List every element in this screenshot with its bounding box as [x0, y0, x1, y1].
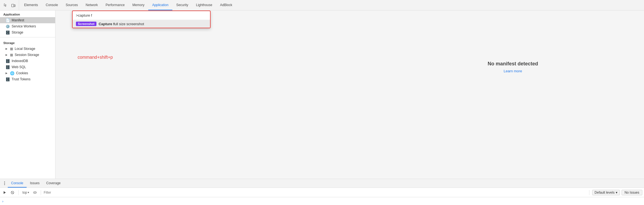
sidebar-item-manifest[interactable]: 📄 Manifest	[0, 17, 55, 23]
default-levels-button[interactable]: Default levels ▾	[592, 190, 620, 195]
no-issues-button[interactable]: No Issues	[622, 190, 642, 195]
bottom-toolbar-row: top ▾ Default levels ▾ No Issues	[0, 188, 644, 197]
levels-label: Default levels	[595, 191, 615, 194]
sidebar-item-web-sql[interactable]: 🗄️ Web SQL	[0, 64, 55, 70]
nav-tab-lighthouse[interactable]: Lighthouse	[192, 0, 216, 10]
session-storage-icon: ▦	[10, 53, 13, 57]
toolbar-divider3	[589, 190, 589, 195]
nav-tab-memory[interactable]: Memory	[129, 0, 148, 10]
tab-coverage[interactable]: Coverage	[43, 179, 64, 188]
session-storage-label: Session Storage	[15, 53, 39, 57]
tab-issues[interactable]: Issues	[27, 179, 43, 188]
sidebar-item-storage-app[interactable]: 🗄️ Storage	[0, 29, 55, 35]
svg-point-6	[34, 192, 35, 193]
toolbar-icons	[0, 0, 19, 10]
application-section-title: Application	[0, 11, 55, 17]
sidebar-item-session-storage[interactable]: ▶ ▦ Session Storage	[0, 52, 55, 58]
sidebar-divider-1	[0, 37, 55, 37]
sidebar-item-local-storage[interactable]: ▶ ▦ Local Storage	[0, 46, 55, 52]
bottom-prompt-row: ›	[0, 197, 644, 205]
top-toolbar: ElementsConsoleSourcesNetworkPerformance…	[0, 0, 644, 11]
stop-icon[interactable]	[9, 189, 16, 196]
svg-marker-2	[4, 191, 6, 194]
bottom-panel: Console Issues Coverage top ▾ Default le…	[0, 179, 644, 205]
content-area: >capture f Screenshot Capture full size …	[55, 11, 644, 179]
manifest-icon: 📄	[6, 18, 10, 22]
top-context-btn[interactable]: top ▾	[21, 189, 30, 196]
command-badge: Screenshot	[76, 22, 96, 26]
storage-section-title: Storage	[0, 39, 55, 46]
command-input-text[interactable]: >capture f	[76, 13, 92, 17]
nav-tab-performance[interactable]: Performance	[102, 0, 129, 10]
expand-arrow-cookies: ▶	[6, 72, 8, 75]
svg-line-4	[12, 192, 13, 193]
local-storage-label: Local Storage	[15, 47, 35, 51]
nav-tab-security[interactable]: Security	[172, 0, 192, 10]
toolbar-divider	[18, 190, 19, 195]
sidebar-item-cookies[interactable]: ▶ 🌐 Cookies	[0, 70, 55, 76]
nav-tab-network[interactable]: Network	[82, 0, 102, 10]
cookies-icon: 🌐	[10, 71, 14, 75]
top-dropdown-arrow: ▾	[28, 191, 29, 194]
service-workers-icon: ⚙️	[6, 24, 10, 29]
sidebar-item-service-workers[interactable]: ⚙️ Service Workers	[0, 23, 55, 29]
command-result-bold: Capture f	[99, 22, 114, 26]
svg-rect-0	[12, 4, 14, 7]
command-input-row: >capture f	[73, 11, 210, 20]
nav-tab-sources[interactable]: Sources	[62, 0, 82, 10]
bottom-panel-menu-dots[interactable]	[1, 181, 8, 185]
dot3	[4, 184, 5, 185]
toolbar-divider2	[41, 190, 41, 195]
svg-rect-1	[14, 5, 15, 7]
bottom-tabs-row: Console Issues Coverage	[0, 179, 644, 188]
indexeddb-icon: 🗄️	[6, 59, 10, 63]
command-result-row[interactable]: Screenshot Capture full size screenshot	[73, 20, 210, 28]
web-sql-icon: 🗄️	[6, 65, 10, 69]
filter-input[interactable]	[44, 191, 586, 194]
expand-arrow-session-storage: ▶	[6, 53, 8, 56]
nav-tab-adblock[interactable]: AdBlock	[216, 0, 236, 10]
manifest-label: Manifest	[12, 18, 24, 22]
sidebar-item-trust-tokens[interactable]: 🗄️ Trust Tokens	[0, 76, 55, 82]
local-storage-icon: ▦	[10, 47, 13, 51]
nav-tabs: ElementsConsoleSourcesNetworkPerformance…	[19, 0, 237, 10]
dot2	[4, 183, 5, 184]
device-toggle-icon[interactable]	[10, 2, 17, 9]
main-area: Application 📄 Manifest ⚙️ Service Worker…	[0, 11, 644, 179]
hint-text: command+shift+p	[78, 55, 113, 60]
expand-arrow-local-storage: ▶	[6, 47, 8, 50]
top-label: top	[22, 191, 27, 194]
trust-tokens-label: Trust Tokens	[12, 77, 30, 81]
nav-tab-application[interactable]: Application	[148, 0, 172, 10]
nav-tab-console[interactable]: Console	[42, 0, 62, 10]
nav-tab-elements[interactable]: Elements	[20, 0, 42, 10]
indexeddb-label: IndexedDB	[12, 59, 28, 63]
command-result-rest: ull size screenshot	[114, 22, 144, 26]
cookies-label: Cookies	[16, 71, 28, 75]
tab-console[interactable]: Console	[8, 179, 27, 188]
eye-icon[interactable]	[32, 189, 38, 196]
storage-app-icon: 🗄️	[6, 30, 10, 35]
select-element-icon[interactable]	[2, 2, 9, 9]
play-icon[interactable]	[2, 189, 8, 196]
sidebar-item-indexeddb[interactable]: 🗄️ IndexedDB	[0, 58, 55, 64]
web-sql-label: Web SQL	[12, 65, 26, 69]
sidebar: Application 📄 Manifest ⚙️ Service Worker…	[0, 11, 55, 179]
levels-arrow: ▾	[616, 191, 617, 194]
command-palette: >capture f Screenshot Capture full size …	[72, 11, 211, 28]
learn-more-link[interactable]: Learn more	[504, 69, 522, 73]
service-workers-label: Service Workers	[12, 24, 36, 28]
no-manifest-title: No manifest detected	[488, 61, 538, 67]
no-manifest-section: No manifest detected Learn more	[488, 61, 538, 73]
command-result-text: Capture full size screenshot	[99, 22, 144, 26]
trust-tokens-icon: 🗄️	[6, 77, 10, 81]
storage-app-label: Storage	[12, 30, 23, 34]
prompt-chevron: ›	[2, 199, 3, 203]
dot1	[4, 181, 5, 182]
